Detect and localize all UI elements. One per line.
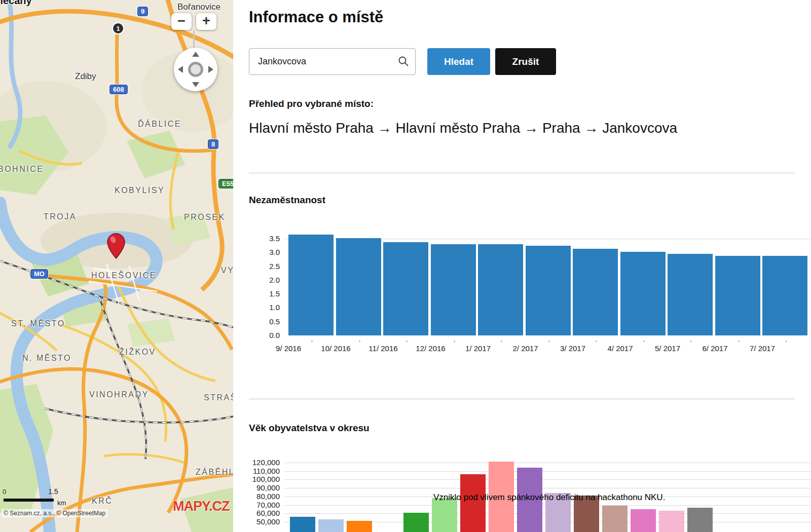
x-tick-dot	[359, 340, 360, 342]
bar	[336, 238, 381, 335]
gridline	[284, 488, 811, 488]
x-tick-label: 11/ 2016	[359, 344, 407, 353]
x-tick-dot	[406, 340, 408, 342]
y-tick-label: 110,000	[249, 467, 280, 475]
bar	[631, 509, 656, 532]
bar	[659, 511, 684, 532]
search-row: Hledat Zrušit	[249, 48, 556, 75]
road-badge: 1	[112, 22, 124, 34]
zoom-in-button[interactable]: +	[196, 13, 216, 30]
pan-down-icon[interactable]	[192, 82, 199, 87]
x-tick-label: 4/ 2017	[597, 344, 644, 353]
divider	[249, 173, 795, 173]
info-panel: Informace o místě Hledat Zrušit Přehled …	[233, 0, 811, 532]
road-badge: MO	[30, 269, 48, 279]
map-place-label: Zdiby	[75, 71, 96, 82]
x-tick-dot	[548, 340, 550, 342]
x-tick-label: 1/ 2017	[454, 344, 502, 353]
section-title-age: Věk obyvatelstva v okresu	[249, 423, 370, 434]
gridline	[284, 479, 811, 480]
bar	[762, 256, 807, 335]
bar	[460, 474, 486, 532]
map-place-label: Klecany	[0, 0, 32, 7]
bar	[573, 249, 618, 335]
bar	[288, 235, 334, 335]
x-tick-dot	[454, 340, 455, 342]
y-tick-label: 2.0	[249, 276, 280, 284]
page: KlecanyBořanoviceZdibyĎÁBLICEBOHNICEKOBY…	[0, 0, 811, 532]
compass-center-icon[interactable]	[188, 62, 203, 77]
map-place-label: ST. MĚSTO	[11, 319, 65, 328]
y-tick-label: 1.0	[249, 303, 280, 312]
pan-right-icon[interactable]	[208, 66, 213, 73]
x-tick-dot	[690, 340, 692, 342]
road-badge: 8	[208, 139, 218, 149]
map-place-label: Bořanovice	[177, 2, 220, 12]
map-place-label: KRČ	[92, 497, 113, 506]
map-place-label: N. MĚSTO	[22, 354, 71, 363]
bar	[687, 508, 713, 532]
bar	[347, 521, 372, 532]
search-icon[interactable]	[398, 56, 409, 67]
compass-control[interactable]	[174, 48, 217, 91]
road-badge: 608	[109, 85, 128, 94]
map-place-label: ĎÁBLICE	[138, 120, 181, 129]
bar	[668, 254, 713, 335]
x-tick-label: 7/ 2017	[739, 344, 786, 353]
map-place-label: VYSOČANY	[221, 266, 233, 275]
map-place-label: HOLEŠOVICE	[91, 271, 157, 280]
x-tick-label: 9/ 2016	[265, 344, 312, 353]
pan-up-icon[interactable]	[192, 52, 199, 57]
y-tick-label: 90,000	[249, 483, 280, 492]
bar	[602, 506, 628, 532]
y-tick-label: 1.5	[249, 289, 280, 298]
y-tick-label: 2.5	[249, 262, 280, 271]
x-tick-label: 5/ 2017	[644, 344, 691, 353]
search-input[interactable]	[249, 48, 416, 75]
page-title: Informace o místě	[249, 8, 383, 26]
bar	[318, 519, 344, 532]
scale-unit-label: km	[57, 499, 66, 507]
map-place-label: PROSEK	[184, 213, 226, 222]
scale-distance-label: 1.5	[48, 487, 58, 496]
road-badge: E55	[218, 179, 233, 188]
map-place-label: ŽIŽKOV	[119, 348, 156, 357]
x-tick-label: 6/ 2017	[691, 344, 739, 353]
search-button[interactable]: Hledat	[427, 48, 490, 75]
map-place-label: STRAŠNICE	[204, 393, 233, 402]
bar	[403, 513, 429, 532]
x-tick-dot	[785, 340, 787, 342]
x-tick-label: 10/ 2016	[312, 344, 360, 353]
zoom-track	[193, 30, 195, 49]
map-place-label: VINOHRADY	[89, 390, 149, 399]
bar	[715, 256, 760, 335]
y-tick-label: 100,000	[249, 475, 280, 483]
breadcrumb: Hlavní město Praha → Hlavní město Praha …	[249, 120, 677, 136]
gridline	[284, 471, 811, 472]
bar	[620, 252, 666, 335]
y-tick-label: 3.5	[249, 234, 280, 243]
map[interactable]: KlecanyBořanoviceZdibyĎÁBLICEBOHNICEKOBY…	[0, 0, 233, 532]
zoom-out-button[interactable]: −	[171, 13, 192, 30]
map-place-label: TROJA	[44, 212, 77, 221]
y-tick-label: 60,000	[249, 509, 280, 517]
search-box	[249, 48, 416, 75]
bar	[526, 246, 571, 335]
y-tick-label: 50,000	[249, 517, 280, 526]
bar	[478, 244, 523, 335]
mapycz-logo[interactable]: MAPY.CZ	[173, 499, 230, 514]
map-pin-icon	[107, 233, 125, 261]
cancel-button[interactable]: Zrušit	[495, 48, 556, 75]
x-tick-label: 12/ 2016	[407, 344, 455, 353]
y-tick-label: 0.5	[249, 317, 280, 326]
map-attribution[interactable]: © Seznam.cz, a.s., © OpenStreetMap	[2, 509, 107, 517]
map-place-label: ZÁBĚHLICE	[196, 468, 233, 477]
bar	[431, 244, 476, 335]
y-tick-label: 70,000	[249, 501, 280, 509]
footer-caption: Vzniklo pod vlivem spánkového deficitu n…	[433, 492, 665, 503]
scale-zero-label: 0	[3, 488, 6, 496]
pan-left-icon[interactable]	[178, 66, 183, 73]
x-tick-dot	[643, 340, 645, 342]
y-tick-label: 0.0	[249, 331, 280, 339]
x-tick-dot	[596, 340, 597, 342]
